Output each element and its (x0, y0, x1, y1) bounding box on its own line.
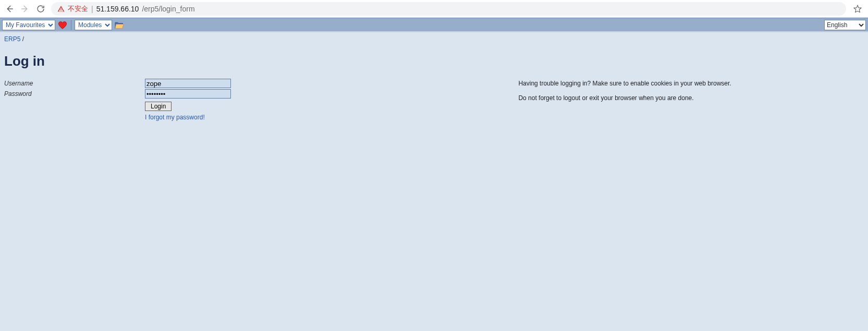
browser-chrome: 不安全 | 51.159.66.10/erp5/login_form (0, 0, 868, 18)
breadcrumb: ERP5 / (0, 32, 868, 46)
folder-open-icon[interactable] (114, 20, 125, 30)
address-separator: | (91, 5, 93, 13)
back-button[interactable] (4, 4, 15, 14)
toolbar-divider (71, 20, 71, 30)
password-row: Password (4, 89, 503, 99)
forgot-password-link[interactable]: I forgot my password! (145, 114, 205, 121)
breadcrumb-separator: / (22, 35, 24, 43)
insecure-warning-icon (57, 5, 65, 13)
login-form: Username Password Login I forgot my pass… (4, 79, 503, 121)
insecure-label: 不安全 (68, 4, 88, 14)
help-text-cookies: Having trouble logging in? Make sure to … (518, 79, 864, 88)
erp5-toolbar: My Favourites Modules English (0, 18, 868, 32)
url-host: 51.159.66.10 (96, 5, 139, 13)
password-label: Password (4, 90, 145, 97)
address-bar[interactable]: 不安全 | 51.159.66.10/erp5/login_form (51, 2, 846, 16)
heart-icon[interactable] (57, 20, 68, 30)
reload-button[interactable] (35, 4, 46, 14)
breadcrumb-root-link[interactable]: ERP5 (4, 35, 20, 43)
favourites-select[interactable]: My Favourites (2, 20, 55, 30)
bookmark-button[interactable] (851, 4, 864, 14)
arrow-right-icon (20, 4, 30, 14)
forgot-link-row: I forgot my password! (145, 113, 503, 121)
language-select[interactable]: English (824, 20, 866, 30)
username-label: Username (4, 80, 145, 87)
star-icon (853, 4, 862, 14)
modules-select[interactable]: Modules (75, 20, 112, 30)
page-title: Log in (0, 46, 868, 79)
reload-icon (36, 4, 45, 14)
url-path: /erp5/login_form (142, 5, 194, 13)
forward-button[interactable] (20, 4, 30, 14)
page-body: ERP5 / Log in Username Password Login I … (0, 32, 868, 331)
login-button-row: Login (145, 102, 503, 111)
login-button[interactable]: Login (145, 102, 172, 111)
help-text-logout: Do not forget to logout or exit your bro… (518, 93, 864, 103)
arrow-left-icon (5, 4, 14, 14)
content-row: Username Password Login I forgot my pass… (0, 79, 868, 121)
help-column: Having trouble logging in? Make sure to … (518, 79, 864, 121)
username-input[interactable] (145, 79, 231, 88)
username-row: Username (4, 79, 503, 88)
password-input[interactable] (145, 89, 231, 99)
